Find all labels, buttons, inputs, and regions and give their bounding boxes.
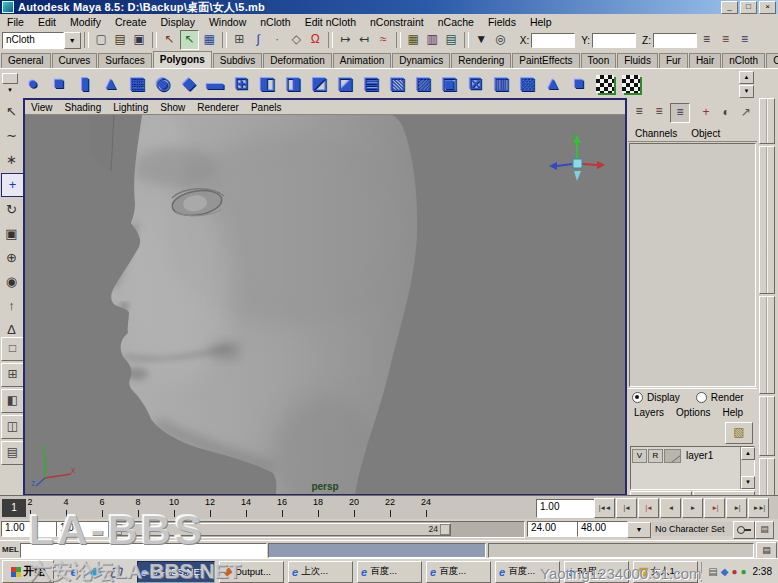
animation-start-input[interactable]: 1.00: [56, 521, 110, 537]
combine-icon[interactable]: ◧: [255, 71, 279, 97]
rotate-tool[interactable]: ↻: [1, 199, 22, 221]
select-object-icon[interactable]: ↖: [180, 30, 199, 50]
menu-set-arrow-icon[interactable]: ▼: [64, 32, 81, 49]
minimize-button[interactable]: _: [721, 1, 738, 14]
taskbar-button-nvren[interactable]: ▨ 女人1...: [633, 561, 698, 583]
shelf-tab[interactable]: Curves: [52, 53, 98, 68]
shelf-tab[interactable]: Fur: [659, 53, 688, 68]
shelf-tab[interactable]: Subdivs: [213, 53, 263, 68]
head-model[interactable]: [25, 115, 625, 494]
character-set-arrow-icon[interactable]: ▼: [627, 522, 651, 538]
layout-hypergraph-button[interactable]: ◫: [1, 415, 24, 439]
timeline-frame[interactable]: 6: [84, 496, 120, 520]
channel-manip-off-icon[interactable]: ≡: [630, 103, 648, 121]
poly-torus-icon[interactable]: ◉: [151, 71, 175, 97]
new-scene-icon[interactable]: ▢: [93, 31, 110, 49]
channel-box-menu-item[interactable]: Channels: [628, 128, 684, 139]
printer-tray-icon[interactable]: ▤: [708, 563, 717, 581]
show-attribute-editor-icon[interactable]: ≡: [698, 31, 715, 49]
start-button[interactable]: 开始: [2, 560, 54, 583]
menu-item[interactable]: Display: [153, 16, 201, 28]
status-icon[interactable]: [84, 32, 89, 48]
timeline-frame[interactable]: 16: [264, 496, 300, 520]
taskbar-button-baidu2[interactable]: e 百度...: [426, 561, 491, 583]
menu-item[interactable]: nCloth: [253, 16, 297, 28]
shelf-tab[interactable]: Custom: [766, 53, 778, 68]
x-input[interactable]: [531, 33, 575, 48]
menu-item[interactable]: Modify: [63, 16, 108, 28]
layout-animation-button[interactable]: ▤: [1, 441, 24, 465]
shelf-tab[interactable]: Surfaces: [98, 53, 151, 68]
auto-key-button[interactable]: [733, 521, 755, 539]
menu-item[interactable]: Edit: [31, 16, 63, 28]
collapse-strip[interactable]: [759, 98, 775, 144]
channel-list-area[interactable]: [629, 143, 756, 387]
booleans-icon[interactable]: ◪: [333, 71, 357, 97]
scale-tool[interactable]: ▣: [1, 223, 22, 245]
bevel-icon[interactable]: ▩: [515, 71, 539, 97]
shelf-tab[interactable]: Animation: [333, 53, 391, 68]
shelf-tab[interactable]: Fluids: [617, 53, 658, 68]
step-back-key-button[interactable]: |◄: [638, 498, 659, 518]
im-tray-icon[interactable]: ●: [740, 563, 746, 581]
show-manipulator-tool[interactable]: ↑: [1, 295, 22, 317]
menu-item[interactable]: Help: [523, 16, 559, 28]
layer-menu-item[interactable]: Help: [716, 407, 749, 418]
antivirus-tray-icon[interactable]: ●: [731, 563, 737, 581]
timeline-ruler[interactable]: 24681012141618202224: [12, 496, 532, 520]
shelf-tab[interactable]: PaintEffects: [512, 53, 579, 68]
menu-item[interactable]: Fields: [481, 16, 523, 28]
channel-manip-middle-icon[interactable]: ≡: [650, 103, 668, 121]
status-icon[interactable]: [328, 32, 333, 48]
move-manipulator-gizmo[interactable]: y: [545, 129, 609, 187]
show-desktop-icon[interactable]: ▢: [107, 563, 125, 581]
insert-edge-loop-icon[interactable]: ▥: [489, 71, 513, 97]
taskbar-button-baidu3[interactable]: e 百度...: [495, 561, 560, 583]
menu-item[interactable]: Window: [202, 16, 253, 28]
shelf-tab[interactable]: General: [1, 53, 51, 68]
snap-curve-icon[interactable]: ∫: [250, 31, 267, 49]
range-end-handle[interactable]: [440, 524, 450, 535]
timeline-frame[interactable]: 12: [192, 496, 228, 520]
status-icon[interactable]: [396, 32, 401, 48]
anim-preferences-button[interactable]: ▤: [755, 521, 774, 539]
ie-quicklaunch-icon[interactable]: e: [65, 563, 83, 581]
separate-icon[interactable]: ◨: [281, 71, 305, 97]
taskbar-button-labbs[interactable]: e LA-BBS.NET: [137, 561, 215, 583]
animation-end-input[interactable]: 48.00: [577, 521, 628, 537]
poly-cube-icon[interactable]: ■: [47, 71, 71, 97]
panel-menu-item[interactable]: Lighting: [107, 102, 154, 113]
menu-item[interactable]: Edit nCloth: [298, 16, 363, 28]
taskbar-button-output[interactable]: ◆ Output...: [219, 561, 284, 583]
status-icon[interactable]: [464, 32, 469, 48]
snap-grid-icon[interactable]: ⊞: [231, 31, 248, 49]
taskbar-button-51yong[interactable]: e 51用...: [564, 561, 629, 583]
menu-item[interactable]: nConstraint: [363, 16, 431, 28]
append-polygon-icon[interactable]: ▨: [411, 71, 435, 97]
output-connection-icon[interactable]: ↤: [356, 31, 373, 49]
range-start-handle[interactable]: [112, 524, 122, 535]
step-forward-frame-button[interactable]: ►|: [726, 498, 747, 518]
wedge-face-icon[interactable]: ▲: [541, 71, 565, 97]
script-editor-icon[interactable]: ▤: [756, 542, 777, 559]
step-forward-key-button[interactable]: ►|: [704, 498, 725, 518]
lasso-select-tool[interactable]: ∼: [1, 125, 22, 147]
smooth-proxy-icon[interactable]: [622, 75, 640, 93]
title-bar[interactable]: Autodesk Maya 8.5: D:\Backup\桌面\女人\5.mb …: [0, 0, 778, 14]
timeline-frame[interactable]: 20: [336, 496, 372, 520]
select-tool[interactable]: ↖: [1, 101, 22, 123]
perspective-viewport[interactable]: ViewShadingLightingShowRendererPanels: [23, 98, 627, 495]
layer-render-toggle[interactable]: R: [648, 449, 663, 463]
merge-vertex-icon[interactable]: ▣: [437, 71, 461, 97]
timeline-frame[interactable]: 18: [300, 496, 336, 520]
channel-hyperbolic-icon[interactable]: ◐: [717, 104, 735, 122]
field-entry-mode-icon[interactable]: ◎: [492, 31, 509, 49]
smooth-icon[interactable]: [596, 75, 614, 93]
panel-menu-item[interactable]: Panels: [245, 102, 288, 113]
layer-scrollbar[interactable]: ▲ ▼: [740, 447, 754, 489]
playback-start-input[interactable]: 1.00: [1, 521, 57, 537]
channel-speed-icon[interactable]: +: [697, 104, 715, 122]
menu-item[interactable]: Create: [108, 16, 154, 28]
move-tool[interactable]: +: [1, 173, 24, 197]
delete-edge-icon[interactable]: ⊠: [463, 71, 487, 97]
